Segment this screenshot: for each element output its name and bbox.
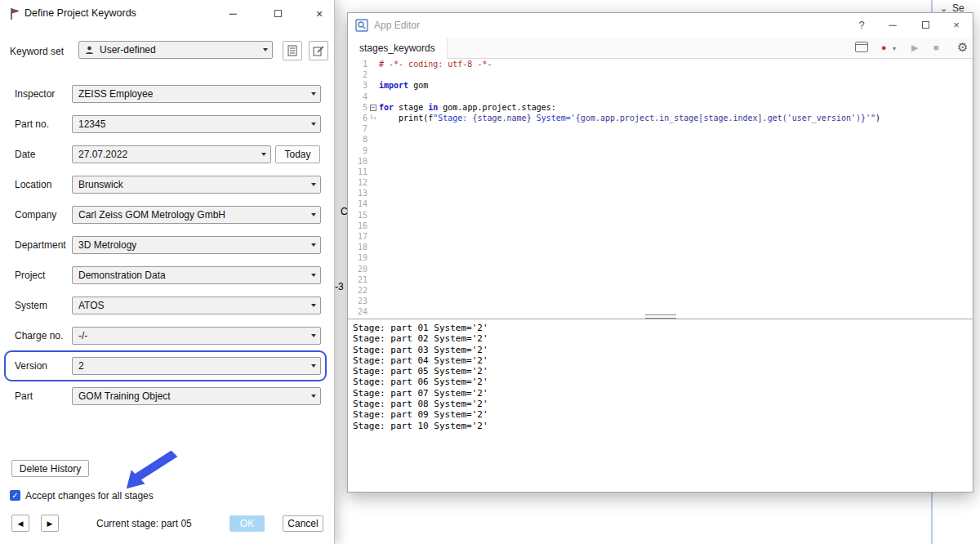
record-dropdown-icon[interactable]: ▾ xyxy=(893,45,896,52)
app-editor-title: App Editor xyxy=(374,20,420,31)
record-icon[interactable]: ● xyxy=(881,43,890,52)
tab-stages-keywords[interactable]: stages_keywords xyxy=(348,38,448,59)
field-label-part: Part xyxy=(15,390,33,402)
chevron-down-icon xyxy=(311,213,316,216)
output-line: Stage: part 08 System='2' xyxy=(353,399,968,409)
keyword-list-button[interactable] xyxy=(283,41,302,60)
field-row-part-no: Part no.12345 xyxy=(0,115,335,133)
line-number: 24 xyxy=(348,306,368,317)
code-line: 11 xyxy=(348,167,973,177)
list-icon xyxy=(287,45,298,56)
line-number: 1 xyxy=(348,59,368,69)
output-line: Stage: part 10 System='2' xyxy=(353,421,968,431)
code-line: 7 xyxy=(348,123,973,134)
code-line: 20 xyxy=(348,264,973,274)
line-number: 9 xyxy=(348,145,368,156)
code-line: 13 xyxy=(348,188,973,198)
line-number: 20 xyxy=(348,264,368,274)
line-number: 10 xyxy=(348,156,368,167)
part-no-value: 12345 xyxy=(78,118,105,130)
part-no-dropdown[interactable]: 12345 xyxy=(72,115,321,133)
code-line: 6└› print(f"Stage: {stage.name} System='… xyxy=(348,113,973,123)
keyword-set-dropdown[interactable]: User-defined xyxy=(78,41,273,59)
line-number: 23 xyxy=(348,296,368,306)
maximize-button[interactable] xyxy=(914,18,937,33)
code-line: 21 xyxy=(348,274,973,285)
chevron-down-icon xyxy=(263,48,268,51)
help-button[interactable]: ? xyxy=(850,18,873,33)
department-value: 3D Metrology xyxy=(78,239,136,251)
inspector-dropdown[interactable]: ZEISS Employee xyxy=(72,85,321,103)
output-line: Stage: part 05 System='2' xyxy=(353,366,968,377)
chevron-down-icon xyxy=(311,395,316,398)
edit-keywords-button[interactable] xyxy=(309,41,328,60)
inspector-value: ZEISS Employee xyxy=(78,88,153,100)
field-row-inspector: InspectorZEISS Employee xyxy=(0,85,335,103)
fold-continuation-icon: └› xyxy=(368,113,379,123)
line-number: 18 xyxy=(348,242,368,252)
next-stage-button[interactable]: ▶ xyxy=(41,515,59,532)
department-dropdown[interactable]: 3D Metrology xyxy=(72,236,321,254)
ok-button[interactable]: OK xyxy=(229,515,265,532)
field-label-system: System xyxy=(15,300,47,311)
code-line: 23 xyxy=(348,296,973,306)
define-project-keywords-dialog: Define Project Keywords ─ × Keyword set … xyxy=(0,0,335,544)
user-icon xyxy=(85,46,94,55)
stop-script-icon[interactable]: ■ xyxy=(933,42,939,52)
output-console: Stage: part 01 System='2'Stage: part 02 … xyxy=(348,319,973,492)
company-dropdown[interactable]: Carl Zeiss GOM Metrology GmbH xyxy=(72,206,321,224)
run-script-icon[interactable]: ▶ xyxy=(911,42,918,53)
code-line: 22 xyxy=(348,285,973,296)
system-value: ATOS xyxy=(78,300,105,311)
chevron-down-icon xyxy=(261,153,266,156)
code-line: 17 xyxy=(348,231,973,242)
code-editor[interactable]: 1# -*- coding: utf-8 -*-23import gom45−f… xyxy=(348,59,973,317)
location-value: Brunswick xyxy=(78,179,123,190)
minimize-button[interactable]: ─ xyxy=(881,18,904,33)
field-row-version: Version2 xyxy=(0,357,335,375)
version-dropdown[interactable]: 2 xyxy=(72,357,321,375)
dialog-title: Define Project Keywords xyxy=(24,7,136,19)
maximize-button[interactable] xyxy=(266,7,289,21)
app-editor-window: App Editor ? ─ × stages_keywords ● ▾ ▶ ■… xyxy=(347,12,973,493)
chevron-down-icon xyxy=(311,364,316,368)
close-button[interactable]: × xyxy=(308,7,331,21)
line-number: 6 xyxy=(348,113,368,123)
code-token-interp: {gom.app.project.in_stage[stage.index].g… xyxy=(576,114,866,123)
delete-history-button[interactable]: Delete History xyxy=(11,460,89,477)
current-stage-label: Current stage: part 05 xyxy=(96,518,192,529)
location-dropdown[interactable]: Brunswick xyxy=(72,176,321,194)
charge-no-dropdown[interactable]: -/- xyxy=(72,327,321,345)
date-dropdown[interactable]: 27.07.2022 xyxy=(72,145,271,163)
fold-collapse-icon[interactable]: − xyxy=(368,102,379,113)
part-dropdown[interactable]: GOM Training Object xyxy=(72,387,321,405)
code-token-kw: for xyxy=(379,103,394,112)
close-button[interactable]: × xyxy=(945,18,968,33)
output-line: Stage: part 03 System='2' xyxy=(353,345,968,355)
project-dropdown[interactable]: Demonstration Data xyxy=(72,266,321,284)
field-label-version: Version xyxy=(15,360,47,372)
chevron-down-icon xyxy=(311,123,316,126)
dialog-titlebar[interactable]: Define Project Keywords ─ × xyxy=(0,0,334,28)
minimize-button[interactable]: ─ xyxy=(221,7,244,21)
code-line: 5−for stage in gom.app.project.stages: xyxy=(348,102,973,113)
save-script-icon[interactable] xyxy=(855,42,868,52)
line-number: 4 xyxy=(348,91,368,102)
company-value: Carl Zeiss GOM Metrology GmbH xyxy=(78,209,225,221)
line-number: 5 xyxy=(348,102,368,113)
field-row-company: CompanyCarl Zeiss GOM Metrology GmbH xyxy=(0,206,335,224)
output-line: Stage: part 01 System='2' xyxy=(353,323,968,333)
app-editor-titlebar[interactable]: App Editor ? ─ × xyxy=(348,13,973,38)
today-button[interactable]: Today xyxy=(275,145,320,163)
settings-icon[interactable]: ⚙ xyxy=(957,40,968,55)
line-number: 22 xyxy=(348,285,368,296)
code-token-plain: stage xyxy=(394,103,428,112)
system-dropdown[interactable]: ATOS xyxy=(72,297,321,314)
line-number: 21 xyxy=(348,274,368,285)
field-label-part-no: Part no. xyxy=(15,118,49,130)
cancel-button[interactable]: Cancel xyxy=(283,515,323,532)
background-partial-value: -3 xyxy=(335,281,344,292)
code-token-kw: in xyxy=(428,103,438,112)
accept-all-stages-checkbox[interactable]: ✓ xyxy=(10,490,20,501)
previous-stage-button[interactable]: ◀ xyxy=(11,515,29,532)
